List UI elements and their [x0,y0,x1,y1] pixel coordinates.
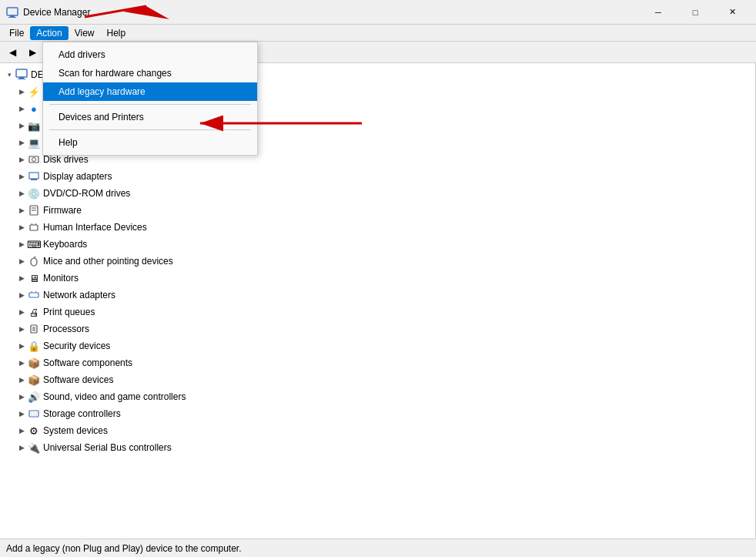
list-item[interactable]: ▶ Network adapters [0,287,755,304]
item-label: Disk drives [43,154,89,165]
item-label: System devices [43,425,108,436]
item-label: Firmware [43,205,82,216]
device-icon: 🖨 [28,306,40,318]
chevron-icon: ▶ [15,408,28,420]
minimize-button[interactable]: ─ [641,0,676,25]
device-icon [28,204,40,216]
list-item[interactable]: ▶ 🖥 Monitors [0,270,755,287]
menu-view[interactable]: View [69,26,101,40]
device-icon: 💻 [28,136,40,149]
back-button[interactable]: ◀ [3,44,22,61]
list-item[interactable]: ▶ Display adapters [0,168,755,185]
add-drivers-menuitem[interactable]: Add drivers [43,45,257,64]
item-label: Print queues [43,307,95,317]
chevron-icon: ▶ [15,255,28,267]
root-chevron: ▾ [3,69,15,81]
list-item[interactable]: ▶ Human Interface Devices [0,219,755,236]
list-item[interactable]: ▶ 🔊 Sound, video and game controllers [0,388,755,405]
list-item[interactable]: ▶ 📦 Software components [0,354,755,371]
status-bar: Add a legacy (non Plug and Play) device … [0,539,756,557]
device-icon [28,153,40,166]
chevron-icon: ▶ [15,306,28,318]
chevron-icon: ▶ [15,391,28,403]
status-text: Add a legacy (non Plug and Play) device … [6,543,242,554]
list-item[interactable]: ▶ 🔒 Security devices [0,337,755,354]
device-icon: 💿 [28,187,40,200]
devices-printers-menuitem[interactable]: Devices and Printers [43,108,257,126]
chevron-icon: ▶ [15,374,28,386]
chevron-icon: ▶ [15,357,28,369]
device-icon [28,255,40,267]
list-item[interactable]: ▶ ⚙ System devices [0,422,755,439]
maximize-button[interactable]: □ [677,0,713,25]
list-item[interactable]: ▶ 💿 DVD/CD-ROM drives [0,185,755,202]
device-icon: ⌨ [28,238,40,250]
item-label: Sound, video and game controllers [43,391,186,402]
item-label: Keyboards [43,239,87,250]
item-label: Mice and other pointing devices [43,256,173,267]
add-legacy-hardware-menuitem[interactable]: Add legacy hardware [43,82,257,101]
chevron-icon: ▶ [15,289,28,301]
svg-rect-0 [7,8,18,15]
window-title: Device Manager [23,7,641,18]
item-label: Security devices [43,341,110,351]
svg-point-7 [32,158,36,162]
device-icon: 🔊 [28,391,40,403]
menu-separator [49,129,251,130]
forward-button[interactable]: ▶ [23,44,42,61]
list-item[interactable]: ▶ 🔌 Universal Serial Bus controllers [0,439,755,456]
device-icon: ⚡ [28,86,40,98]
menu-separator [49,104,251,105]
svg-rect-2 [8,17,16,18]
svg-rect-18 [29,293,38,297]
close-button[interactable]: ✕ [714,0,750,25]
list-item[interactable]: ▶ Storage controllers [0,405,755,422]
device-icon: 🔌 [28,441,40,454]
menu-help[interactable]: Help [101,26,132,40]
chevron-icon: ▶ [15,86,28,98]
scan-hardware-menuitem[interactable]: Scan for hardware changes [43,64,257,82]
item-label: Monitors [43,273,79,284]
menu-file[interactable]: File [3,26,30,40]
list-item[interactable]: ▶ 🖨 Print queues [0,304,755,320]
chevron-icon: ▶ [15,323,28,335]
svg-rect-5 [18,79,25,79]
item-label: Human Interface Devices [43,222,147,233]
svg-rect-13 [30,225,38,230]
list-item[interactable]: ▶ Firmware [0,202,755,219]
item-label: Display adapters [43,171,112,182]
device-icon [28,323,40,335]
svg-rect-1 [10,15,15,17]
list-item[interactable]: ▶ Processors [0,320,755,337]
svg-rect-8 [29,173,38,179]
device-icon: 📷 [28,119,40,132]
svg-rect-3 [16,69,27,77]
device-icon: 🔒 [28,340,40,352]
chevron-icon: ▶ [15,102,28,115]
svg-rect-4 [19,77,24,79]
svg-point-16 [31,258,37,266]
svg-rect-9 [31,179,37,180]
chevron-icon: ▶ [15,119,28,132]
item-label: DVD/CD-ROM drives [43,188,130,199]
list-item[interactable]: ▶ Mice and other pointing devices [0,253,755,270]
item-label: Processors [43,324,89,334]
chevron-icon: ▶ [15,424,28,437]
item-label: Software devices [43,374,113,385]
window-controls: ─ □ ✕ [641,0,750,25]
menu-action[interactable]: Action [30,26,68,40]
help-menuitem[interactable]: Help [43,133,257,152]
device-icon: 📦 [28,374,40,386]
item-label: Network adapters [43,290,115,300]
device-icon: 📦 [28,357,40,369]
item-label: Storage controllers [43,408,121,419]
svg-line-17 [34,257,35,258]
device-icon: ⚙ [28,424,40,437]
list-item[interactable]: ▶ 📦 Software devices [0,371,755,388]
item-label: Universal Serial Bus controllers [43,442,172,453]
menu-bar: File Action View Help [0,25,756,42]
device-icon: ● [28,102,40,115]
list-item[interactable]: ▶ ⌨ Keyboards [0,236,755,253]
device-icon [28,289,40,301]
chevron-icon: ▶ [15,441,28,454]
